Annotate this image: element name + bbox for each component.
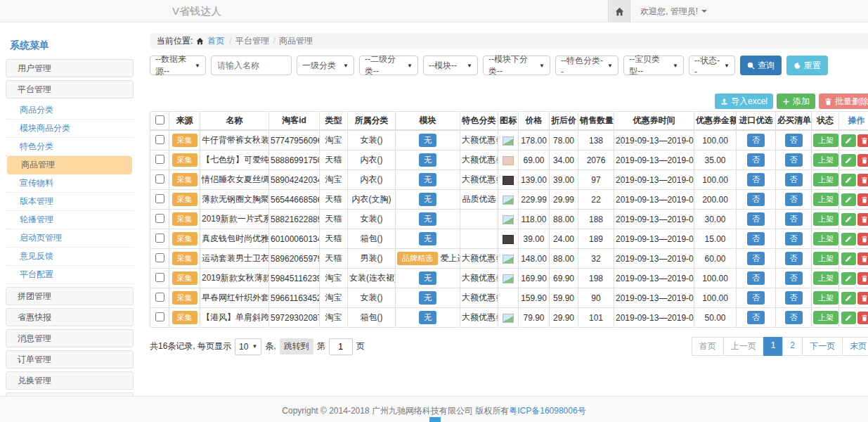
page-button[interactable]: 上一页 — [723, 337, 764, 356]
sidebar-item[interactable]: 特色分类 — [6, 138, 134, 156]
sidebar-item[interactable]: 模块商品分类 — [6, 120, 134, 138]
sidebar-group[interactable]: 订单管理 — [6, 350, 134, 369]
imported-toggle[interactable]: 否 — [747, 291, 765, 305]
edit-button[interactable] — [841, 252, 856, 265]
source-badge[interactable]: 采集 — [172, 252, 197, 265]
user-menu[interactable]: 欢迎您, 管理员! — [630, 0, 717, 23]
sidebar-group[interactable]: 兑换管理 — [6, 371, 134, 390]
edit-button[interactable] — [841, 213, 856, 226]
module-badge[interactable]: 无 — [419, 193, 436, 206]
module-badge[interactable]: 无 — [419, 153, 436, 167]
reset-button[interactable]: 重置 — [786, 56, 828, 75]
source-badge[interactable]: 采集 — [172, 291, 197, 305]
delete-button[interactable] — [857, 252, 868, 265]
module-badge[interactable]: 无 — [419, 173, 436, 186]
sidebar-item[interactable]: 启动页管理 — [6, 229, 134, 248]
page-number-input[interactable] — [329, 338, 353, 355]
page-button[interactable]: 1 — [763, 337, 784, 356]
per-page-select[interactable]: 10 ▼ — [235, 338, 261, 355]
edit-button[interactable] — [841, 272, 856, 285]
batch-delete-button[interactable]: 批量删除 — [819, 94, 868, 109]
delete-button[interactable] — [857, 312, 868, 324]
module-badge[interactable]: 无 — [419, 134, 436, 147]
imported-toggle[interactable]: 否 — [747, 193, 765, 206]
status-toggle[interactable]: 上架 — [813, 271, 838, 285]
sidebar-item[interactable]: 商品分类 — [6, 101, 134, 120]
sidebar-item[interactable]: 轮播管理 — [6, 211, 134, 229]
source-badge[interactable]: 采集 — [172, 193, 197, 206]
imported-toggle[interactable]: 否 — [747, 232, 765, 245]
sidebar-group[interactable]: 用户管理 — [6, 59, 134, 77]
delete-button[interactable] — [857, 174, 868, 186]
edit-button[interactable] — [841, 193, 856, 206]
sidebar-item[interactable]: 宣传物料 — [6, 174, 134, 193]
imported-toggle[interactable]: 否 — [747, 134, 765, 147]
data-source-select[interactable]: --数据来源--▼ — [150, 56, 206, 75]
delete-button[interactable] — [857, 154, 868, 167]
edit-button[interactable] — [841, 312, 856, 324]
delete-button[interactable] — [857, 213, 868, 226]
level2-category-select[interactable]: --二级分类--▼ — [359, 56, 418, 75]
row-checkbox[interactable] — [155, 312, 164, 321]
feature-category-select[interactable]: --特色分类--▼ — [555, 56, 618, 75]
must-buy-toggle[interactable]: 否 — [785, 212, 803, 226]
sidebar-item[interactable]: 版本管理 — [6, 193, 134, 211]
must-buy-toggle[interactable]: 否 — [785, 134, 803, 147]
sidebar-group[interactable]: 省惠快报 — [6, 308, 134, 326]
module-badge[interactable]: 品牌精选 — [397, 252, 438, 265]
sidebar-item[interactable]: 意见反馈 — [6, 248, 134, 266]
icp-link[interactable]: 粤ICP备16098006号 — [509, 406, 585, 416]
imported-toggle[interactable]: 否 — [747, 212, 765, 226]
status-toggle[interactable]: 上架 — [813, 291, 838, 305]
status-select[interactable]: --状态--▼ — [689, 56, 735, 75]
page-button[interactable]: 首页 — [692, 337, 724, 356]
must-buy-toggle[interactable]: 否 — [785, 291, 803, 305]
sidebar-group[interactable]: 拼团管理 — [6, 287, 134, 305]
row-checkbox[interactable] — [155, 234, 164, 243]
module-badge[interactable]: 无 — [419, 232, 436, 245]
source-badge[interactable]: 采集 — [172, 271, 197, 285]
page-button[interactable]: 2 — [782, 337, 803, 356]
page-button[interactable]: 末页 — [842, 337, 868, 356]
must-buy-toggle[interactable]: 否 — [785, 173, 803, 186]
must-buy-toggle[interactable]: 否 — [785, 232, 803, 245]
delete-button[interactable] — [857, 134, 868, 147]
delete-button[interactable] — [857, 272, 868, 285]
row-checkbox[interactable] — [155, 155, 164, 164]
imported-toggle[interactable]: 否 — [747, 173, 765, 186]
module-badge[interactable]: 无 — [419, 291, 436, 305]
row-checkbox[interactable] — [155, 194, 164, 203]
row-checkbox[interactable] — [155, 174, 164, 184]
item-type-select[interactable]: --宝贝类型--▼ — [623, 56, 684, 75]
edit-button[interactable] — [841, 154, 856, 167]
edit-button[interactable] — [841, 233, 856, 245]
breadcrumb-home-link[interactable]: 首页 — [207, 35, 224, 47]
must-buy-toggle[interactable]: 否 — [785, 153, 803, 167]
status-toggle[interactable]: 上架 — [813, 193, 838, 206]
sidebar-item[interactable]: 平台配置 — [6, 266, 134, 284]
status-toggle[interactable]: 上架 — [813, 153, 838, 167]
must-buy-toggle[interactable]: 否 — [785, 193, 803, 206]
must-buy-toggle[interactable]: 否 — [785, 252, 803, 265]
status-toggle[interactable]: 上架 — [813, 311, 838, 324]
module-subcategory-select[interactable]: --模块下分类--▼ — [483, 56, 550, 75]
edit-button[interactable] — [841, 134, 856, 147]
source-badge[interactable]: 采集 — [172, 212, 197, 226]
source-badge[interactable]: 采集 — [172, 173, 197, 186]
imported-toggle[interactable]: 否 — [747, 153, 765, 167]
imported-toggle[interactable]: 否 — [747, 271, 765, 285]
source-badge[interactable]: 采集 — [172, 311, 197, 324]
must-buy-toggle[interactable]: 否 — [785, 311, 803, 324]
search-button[interactable]: 查询 — [740, 56, 782, 75]
import-excel-button[interactable]: 导入excel — [715, 94, 773, 109]
imported-toggle[interactable]: 否 — [747, 311, 765, 324]
delete-button[interactable] — [857, 292, 868, 305]
source-badge[interactable]: 采集 — [172, 134, 197, 147]
select-all-checkbox[interactable] — [155, 115, 164, 124]
sidebar-group[interactable]: 消息管理 — [6, 329, 134, 347]
add-button[interactable]: 添加 — [777, 94, 815, 109]
status-toggle[interactable]: 上架 — [813, 252, 838, 265]
row-checkbox[interactable] — [155, 253, 164, 262]
home-button[interactable] — [608, 0, 630, 23]
edit-button[interactable] — [841, 174, 856, 186]
